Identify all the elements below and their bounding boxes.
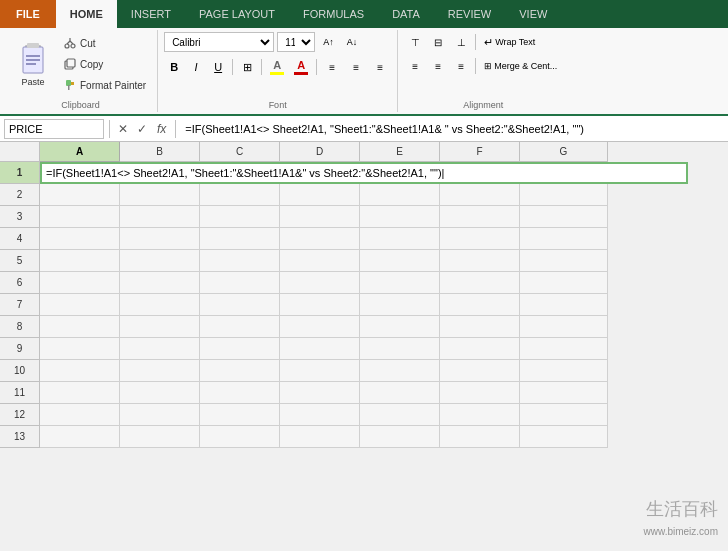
- copy-button[interactable]: Copy: [58, 54, 151, 74]
- middle-align-button[interactable]: ⊟: [427, 32, 449, 52]
- grid-cell[interactable]: [360, 250, 440, 272]
- grid-cell[interactable]: [360, 316, 440, 338]
- formula-input[interactable]: [181, 122, 724, 136]
- grid-cell[interactable]: [440, 426, 520, 448]
- wrap-text-button[interactable]: ↵ Wrap Text: [479, 32, 540, 52]
- row-header-12[interactable]: 12: [0, 404, 40, 426]
- grid-cell[interactable]: [40, 206, 120, 228]
- italic-button[interactable]: I: [186, 57, 206, 77]
- tab-view[interactable]: VIEW: [505, 0, 561, 28]
- row-header-7[interactable]: 7: [0, 294, 40, 316]
- grid-cell[interactable]: [120, 272, 200, 294]
- grid-cell[interactable]: [440, 228, 520, 250]
- grid-cell[interactable]: [360, 206, 440, 228]
- grid-cell[interactable]: [520, 404, 608, 426]
- grid-cell[interactable]: [280, 272, 360, 294]
- cancel-formula-button[interactable]: ✕: [115, 119, 131, 139]
- merge-center-button[interactable]: ⊞ Merge & Cent...: [479, 56, 562, 76]
- grid-cell[interactable]: [280, 338, 360, 360]
- grid-cell[interactable]: [40, 338, 120, 360]
- col-header-b[interactable]: B: [120, 142, 200, 162]
- grid-cell[interactable]: [40, 404, 120, 426]
- grid-cell[interactable]: [360, 404, 440, 426]
- grid-cell[interactable]: [360, 184, 440, 206]
- align-right-button[interactable]: ≡: [369, 57, 391, 77]
- grid-cell[interactable]: [200, 184, 280, 206]
- grid-cell[interactable]: [280, 426, 360, 448]
- font-size-select[interactable]: 11: [277, 32, 315, 52]
- grid-cell[interactable]: [440, 184, 520, 206]
- grid-cell[interactable]: [520, 184, 608, 206]
- grid-cell[interactable]: [200, 338, 280, 360]
- underline-button[interactable]: U: [208, 57, 228, 77]
- grid-cell[interactable]: [200, 316, 280, 338]
- cut-button[interactable]: Cut: [58, 33, 151, 53]
- bold-button[interactable]: B: [164, 57, 184, 77]
- name-box[interactable]: [4, 119, 104, 139]
- grid-cell[interactable]: [360, 360, 440, 382]
- tab-page-layout[interactable]: PAGE LAYOUT: [185, 0, 289, 28]
- grid-cell[interactable]: [440, 338, 520, 360]
- tab-file[interactable]: FILE: [0, 0, 56, 28]
- font-color-button[interactable]: A: [290, 57, 312, 77]
- grid-cell[interactable]: [360, 382, 440, 404]
- grid-cell[interactable]: [360, 338, 440, 360]
- grid-cell[interactable]: [520, 338, 608, 360]
- fill-color-button[interactable]: A: [266, 57, 288, 77]
- grid-cell[interactable]: [200, 426, 280, 448]
- row-header-6[interactable]: 6: [0, 272, 40, 294]
- grid-cell[interactable]: [440, 360, 520, 382]
- grid-cell[interactable]: [200, 294, 280, 316]
- grid-cell[interactable]: [120, 338, 200, 360]
- grid-cell[interactable]: [440, 382, 520, 404]
- align-center2-button[interactable]: ≡: [427, 56, 449, 76]
- grid-cell[interactable]: [280, 294, 360, 316]
- tab-insert[interactable]: INSERT: [117, 0, 185, 28]
- col-header-g[interactable]: G: [520, 142, 608, 162]
- borders-button[interactable]: ⊞: [237, 57, 257, 77]
- grid-cell[interactable]: [280, 184, 360, 206]
- grid-cell[interactable]: [360, 228, 440, 250]
- tab-review[interactable]: REVIEW: [434, 0, 505, 28]
- grid-cell[interactable]: [360, 426, 440, 448]
- row-header-2[interactable]: 2: [0, 184, 40, 206]
- grid-cell[interactable]: [120, 294, 200, 316]
- grid-cell[interactable]: [120, 316, 200, 338]
- grid-cell[interactable]: [120, 360, 200, 382]
- grid-cell[interactable]: [520, 316, 608, 338]
- col-header-e[interactable]: E: [360, 142, 440, 162]
- grid-cell[interactable]: [40, 250, 120, 272]
- row-header-1[interactable]: 1: [0, 162, 40, 184]
- grid-cell[interactable]: [280, 404, 360, 426]
- grid-cell[interactable]: [280, 250, 360, 272]
- col-header-d[interactable]: D: [280, 142, 360, 162]
- grid-cell[interactable]: [280, 382, 360, 404]
- grid-cell[interactable]: [280, 316, 360, 338]
- col-header-f[interactable]: F: [440, 142, 520, 162]
- grid-cell[interactable]: [280, 360, 360, 382]
- grid-cell[interactable]: [120, 404, 200, 426]
- grid-cell[interactable]: [520, 382, 608, 404]
- grid-cell[interactable]: [200, 360, 280, 382]
- grid-cell[interactable]: [520, 426, 608, 448]
- tab-home[interactable]: HOME: [56, 0, 117, 28]
- grid-cell[interactable]: [520, 250, 608, 272]
- bottom-align-button[interactable]: ⊥: [450, 32, 472, 52]
- increase-font-size-button[interactable]: A↑: [318, 32, 339, 52]
- font-face-select[interactable]: Calibri: [164, 32, 274, 52]
- tab-data[interactable]: DATA: [378, 0, 434, 28]
- grid-cell[interactable]: [120, 184, 200, 206]
- row-header-13[interactable]: 13: [0, 426, 40, 448]
- row-header-10[interactable]: 10: [0, 360, 40, 382]
- grid-cell[interactable]: [280, 228, 360, 250]
- col-header-c[interactable]: C: [200, 142, 280, 162]
- grid-cell[interactable]: [120, 206, 200, 228]
- top-align-button[interactable]: ⊤: [404, 32, 426, 52]
- grid-cell[interactable]: [200, 206, 280, 228]
- grid-cell[interactable]: [440, 250, 520, 272]
- row-header-5[interactable]: 5: [0, 250, 40, 272]
- confirm-formula-button[interactable]: ✓: [134, 119, 150, 139]
- grid-cell[interactable]: [360, 272, 440, 294]
- grid-cell[interactable]: [40, 426, 120, 448]
- decrease-font-size-button[interactable]: A↓: [342, 32, 363, 52]
